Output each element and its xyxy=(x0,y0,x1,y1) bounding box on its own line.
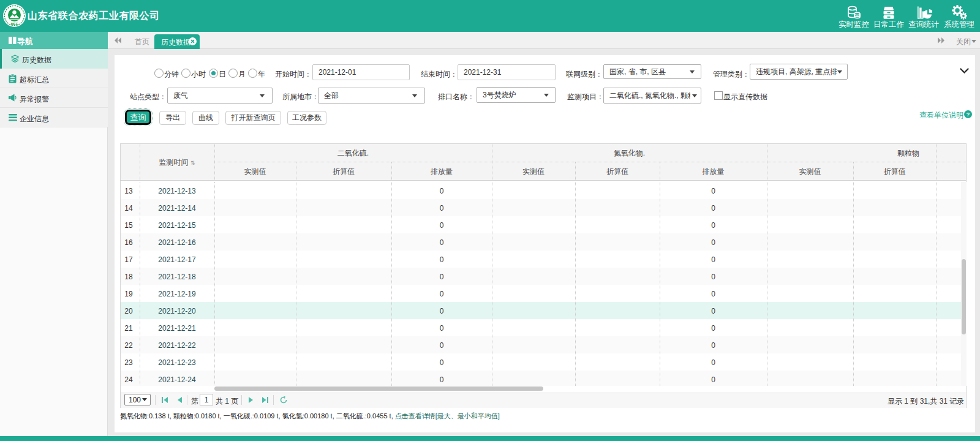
svg-text:MEE: MEE xyxy=(11,22,18,26)
svg-text:?: ? xyxy=(967,111,970,118)
